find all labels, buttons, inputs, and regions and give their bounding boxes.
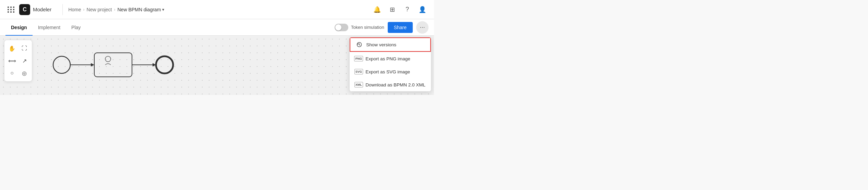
menu-item-show-versions[interactable]: Show versions — [350, 37, 431, 52]
share-button[interactable]: Share — [388, 22, 413, 33]
logo-box: C — [19, 4, 30, 15]
end-event-icon: ◎ — [22, 70, 27, 76]
menu-item-export-png[interactable]: PNG Export as PNG image — [350, 52, 431, 65]
space-tool-button[interactable]: ⟺ — [7, 55, 17, 66]
png-icon: PNG — [355, 56, 362, 61]
svg-point-0 — [53, 56, 70, 73]
breadcrumb-diagram: New BPMN diagram — [117, 7, 161, 12]
grid-menu-icon[interactable] — [5, 4, 16, 15]
bpmn-diagram — [34, 39, 206, 91]
tab-design-label: Design — [11, 25, 27, 30]
left-toolbar: ✋ ⛶ ⟺ ↗ ○ ◎ — [4, 40, 32, 82]
svg-icon: SVG — [355, 69, 362, 74]
space-icon: ⟺ — [8, 58, 16, 64]
top-nav-bar: C Modeler Home › New project › New BPMN … — [0, 0, 434, 19]
end-event-button[interactable]: ◎ — [19, 68, 30, 79]
tab-play-label: Play — [71, 25, 81, 30]
help-button[interactable]: ? — [401, 3, 413, 16]
breadcrumb-sep-1: › — [83, 7, 85, 12]
org-chart-button[interactable]: ⊞ — [386, 3, 398, 16]
logo-letter: C — [23, 7, 27, 13]
export-svg-label: Export as SVG image — [365, 69, 410, 74]
svg-marker-2 — [91, 63, 94, 67]
menu-item-download-bpmn[interactable]: XML Download as BPMN 2.0 XML — [350, 78, 431, 91]
dropdown-menu: Show versions PNG Export as PNG image SV… — [349, 37, 431, 92]
tab-bar-right: Token simulation Share ··· — [335, 21, 429, 34]
token-simulation-container: Token simulation — [335, 24, 384, 31]
select-icon: ⛶ — [22, 45, 27, 51]
start-event-button[interactable]: ○ — [7, 68, 17, 79]
svg-rect-3 — [94, 53, 132, 77]
breadcrumb-home[interactable]: Home — [68, 7, 81, 12]
tab-design[interactable]: Design — [5, 20, 33, 36]
help-icon: ? — [406, 6, 409, 13]
xml-icon: XML — [355, 82, 362, 87]
tab-implement[interactable]: Implement — [33, 20, 66, 36]
svg-point-7 — [156, 56, 173, 73]
export-png-label: Export as PNG image — [365, 56, 410, 61]
ellipsis-icon: ··· — [420, 24, 425, 31]
arrow-icon: ↗ — [22, 58, 27, 64]
hand-icon: ✋ — [9, 45, 15, 52]
user-icon: 👤 — [419, 6, 426, 13]
notifications-button[interactable]: 🔔 — [371, 3, 383, 16]
breadcrumb: Home › New project › New BPMN diagram ▾ — [68, 7, 164, 12]
show-versions-label: Show versions — [366, 42, 396, 47]
tab-play[interactable]: Play — [66, 20, 86, 36]
toolbar-row-1: ✋ ⛶ — [7, 43, 30, 54]
token-simulation-toggle[interactable] — [335, 24, 348, 31]
history-icon — [356, 42, 363, 47]
nav-divider — [62, 4, 63, 15]
toolbar-row-2: ⟺ ↗ — [7, 55, 30, 66]
circle-icon: ○ — [10, 70, 14, 76]
breadcrumb-current[interactable]: New BPMN diagram ▾ — [117, 7, 164, 12]
chevron-down-icon: ▾ — [162, 7, 164, 12]
app-name: Modeler — [33, 7, 51, 12]
arrow-tool-button[interactable]: ↗ — [19, 55, 30, 66]
tabs: Design Implement Play — [5, 19, 86, 35]
bell-icon: 🔔 — [373, 6, 381, 13]
canvas-area[interactable]: ✋ ⛶ ⟺ ↗ ○ ◎ — [0, 36, 434, 95]
toggle-thumb — [335, 24, 341, 31]
more-options-button[interactable]: ··· — [416, 21, 429, 34]
download-bpmn-label: Download as BPMN 2.0 XML — [365, 82, 425, 87]
logo-container: C Modeler — [19, 4, 51, 15]
toolbar-row-3: ○ ◎ — [7, 68, 30, 79]
select-tool-button[interactable]: ⛶ — [19, 43, 30, 54]
menu-item-export-svg[interactable]: SVG Export as SVG image — [350, 65, 431, 78]
tab-bar: Design Implement Play Token simulation S… — [0, 19, 434, 36]
svg-point-4 — [105, 56, 111, 62]
breadcrumb-project[interactable]: New project — [87, 7, 112, 12]
breadcrumb-sep-2: › — [114, 7, 115, 12]
tab-implement-label: Implement — [38, 25, 60, 30]
token-simulation-label: Token simulation — [351, 25, 384, 30]
hand-tool-button[interactable]: ✋ — [7, 43, 17, 54]
user-profile-button[interactable]: 👤 — [416, 3, 429, 16]
top-bar-right: 🔔 ⊞ ? 👤 — [371, 3, 429, 16]
org-icon: ⊞ — [390, 6, 395, 13]
